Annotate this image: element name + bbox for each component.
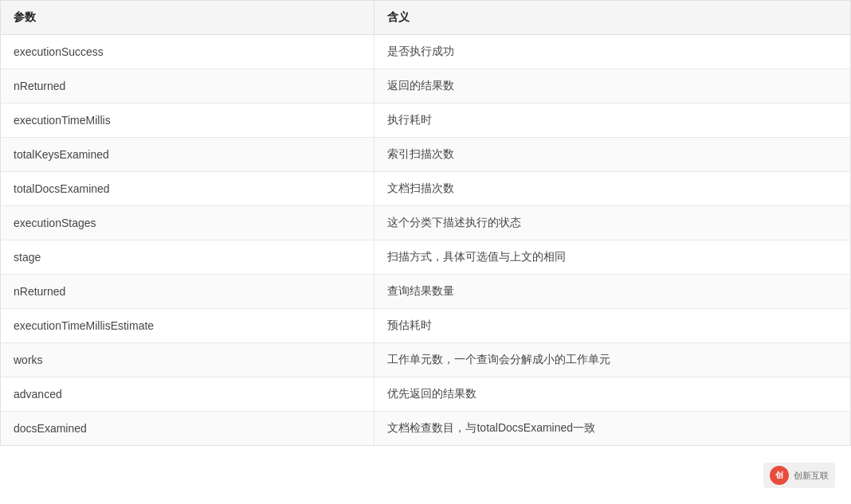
cell-param: stage — [1, 240, 375, 275]
watermark-label: 创新互联 — [794, 470, 829, 482]
cell-param: executionSuccess — [1, 35, 375, 69]
cell-meaning: 扫描方式，具体可选值与上文的相同 — [375, 240, 851, 275]
cell-meaning: 是否执行成功 — [375, 35, 851, 69]
cell-meaning: 这个分类下描述执行的状态 — [375, 206, 851, 240]
cell-param: executionTimeMillisEstimate — [1, 309, 375, 343]
cell-param: advanced — [1, 377, 375, 412]
cell-meaning: 返回的结果数 — [375, 69, 851, 104]
cell-meaning: 索引扫描次数 — [375, 138, 851, 172]
cell-param: works — [1, 343, 375, 377]
table-row: docsExamined文档检查数目，与totalDocsExamined一致 — [1, 412, 851, 446]
header-param: 参数 — [1, 1, 375, 35]
table-row: nReturned查询结果数量 — [1, 275, 851, 309]
table-row: nReturned返回的结果数 — [1, 69, 851, 104]
table-row: executionTimeMillis执行耗时 — [1, 104, 851, 138]
cell-meaning: 工作单元数，一个查询会分解成小的工作单元 — [375, 343, 851, 377]
cell-meaning: 执行耗时 — [375, 104, 851, 138]
cell-meaning: 文档扫描次数 — [375, 172, 851, 206]
cell-param: nReturned — [1, 69, 375, 104]
table-row: stage扫描方式，具体可选值与上文的相同 — [1, 240, 851, 275]
watermark-icon: 创 — [770, 466, 789, 485]
table-row: totalKeysExamined索引扫描次数 — [1, 138, 851, 172]
table-row: executionStages这个分类下描述执行的状态 — [1, 206, 851, 240]
cell-meaning: 文档检查数目，与totalDocsExamined一致 — [375, 412, 851, 446]
watermark: 创 创新互联 — [763, 463, 835, 488]
table-row: executionSuccess是否执行成功 — [1, 35, 851, 69]
cell-meaning: 优先返回的结果数 — [375, 377, 851, 412]
cell-param: docsExamined — [1, 412, 375, 446]
header-meaning: 含义 — [375, 1, 851, 35]
table-row: totalDocsExamined文档扫描次数 — [1, 172, 851, 206]
cell-param: executionStages — [1, 206, 375, 240]
table-row: executionTimeMillisEstimate预估耗时 — [1, 309, 851, 343]
table-row: advanced优先返回的结果数 — [1, 377, 851, 412]
table-row: works工作单元数，一个查询会分解成小的工作单元 — [1, 343, 851, 377]
cell-meaning: 预估耗时 — [375, 309, 851, 343]
cell-param: nReturned — [1, 275, 375, 309]
cell-param: totalKeysExamined — [1, 138, 375, 172]
cell-param: executionTimeMillis — [1, 104, 375, 138]
params-table: 参数 含义 executionSuccess是否执行成功nReturned返回的… — [0, 0, 851, 446]
cell-param: totalDocsExamined — [1, 172, 375, 206]
cell-meaning: 查询结果数量 — [375, 275, 851, 309]
table-header-row: 参数 含义 — [1, 1, 851, 35]
